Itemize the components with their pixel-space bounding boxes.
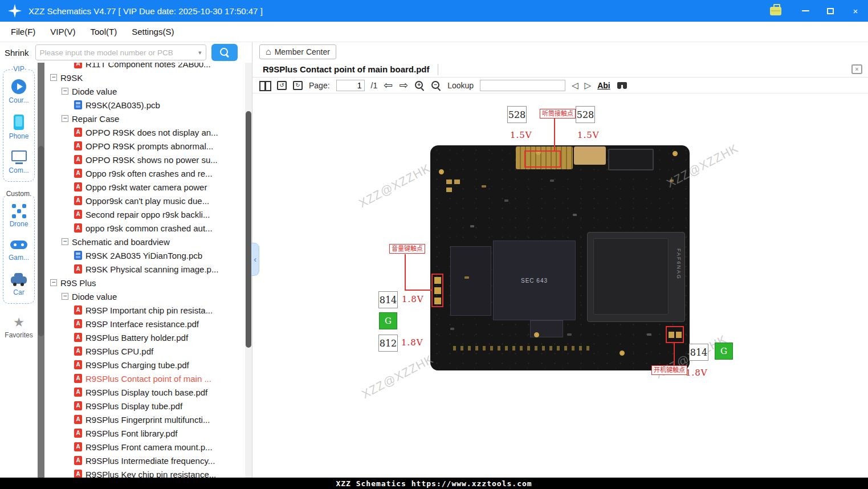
tree-item-label: Repair Case <box>72 114 119 124</box>
tree-row[interactable]: −Schematic and boardview <box>44 235 245 248</box>
zoom-in-icon[interactable]: + <box>414 80 425 91</box>
screw-hole <box>620 351 625 356</box>
tree-row[interactable]: AR9SPlus Charging tube.pdf <box>44 358 245 372</box>
member-center-row: ⌂ Member Center <box>252 42 868 62</box>
rail-item-phone[interactable]: Phone <box>9 115 29 140</box>
tree-scrollbar-thumb[interactable] <box>246 111 251 348</box>
binoculars-icon[interactable] <box>617 81 628 89</box>
tree-item-label: R9SK <box>60 73 83 83</box>
tree-row[interactable]: −R9SK <box>44 71 245 84</box>
titlebar: XZZ Schematics V4.77 [ VIP Due date: 202… <box>0 0 868 22</box>
member-center-button[interactable]: ⌂ Member Center <box>259 44 336 59</box>
document-viewport[interactable]: XZZ@XZZHK XZZ@XZZHK XZZ@XZZHK XZZ@XZZHK … <box>252 93 868 478</box>
pdf-file-icon: A <box>74 182 82 191</box>
drone-icon <box>12 204 26 218</box>
rail-item-gamepad[interactable]: Gam... <box>9 238 29 262</box>
chevron-down-icon[interactable]: ▾ <box>198 49 202 56</box>
match-case-toggle[interactable]: Abi <box>597 81 610 90</box>
tree-row[interactable]: R9SK(2AB035).pcb <box>44 98 245 112</box>
collapse-minus-icon[interactable]: − <box>50 279 57 286</box>
menu-file[interactable]: File(F) <box>3 27 43 36</box>
rotate-left-icon[interactable]: ↺ <box>277 81 287 90</box>
collapse-minus-icon[interactable]: − <box>62 293 68 300</box>
tree-row[interactable]: AR9SPlus Intermediate frequency... <box>44 454 245 467</box>
pdf-file-icon: A <box>74 442 82 451</box>
panel-splitter[interactable] <box>38 63 44 478</box>
tree-row[interactable]: AR9SPlus CPU.pdf <box>44 344 245 358</box>
rail-item-drone[interactable]: Drone <box>10 204 28 228</box>
lookup-input[interactable] <box>480 80 565 91</box>
collapse-minus-icon[interactable]: − <box>62 115 68 122</box>
lookup-label: Lookup <box>447 81 474 90</box>
shrink-button[interactable]: Shrink <box>3 48 30 58</box>
tree-row[interactable]: −Diode value <box>44 84 245 98</box>
zoom-out-icon[interactable]: − <box>431 80 441 91</box>
pdf-page: XZZ@XZZHK XZZ@XZZHK XZZ@XZZHK XZZ@XZZHK … <box>252 93 868 478</box>
tree-row[interactable]: AR9SPlus Font library.pdf <box>44 426 245 440</box>
tree-row[interactable]: AR9SPlus Display tube.pdf <box>44 399 245 413</box>
smd-component <box>464 276 469 279</box>
maximize-button[interactable] <box>825 5 836 17</box>
earpiece-left-value: 528 <box>507 106 527 123</box>
collapse-panel-handle[interactable]: ‹ <box>251 243 259 276</box>
tree-row[interactable]: Aoppo r9sk common crashed aut... <box>44 221 245 235</box>
tree-row[interactable]: AR9SK Physical scanning image.p... <box>44 262 245 276</box>
find-previous-icon[interactable]: ◁ <box>572 80 578 91</box>
find-next-icon[interactable]: ▷ <box>585 80 592 91</box>
volume-top-value: 814 <box>378 291 398 308</box>
tree-row[interactable]: AR9SP Important chip pin resista... <box>44 303 245 317</box>
collapse-minus-icon[interactable]: − <box>62 88 68 95</box>
previous-page-icon[interactable]: ⇦ <box>384 80 393 91</box>
tree-row[interactable]: AR9SPlus Battery holder.pdf <box>44 331 245 344</box>
tab-separator <box>438 64 438 75</box>
app-window: XZZ Schematics V4.77 [ VIP Due date: 202… <box>0 0 868 489</box>
tree-row[interactable]: −R9S Plus <box>44 276 245 290</box>
collapse-minus-icon[interactable]: − <box>50 74 57 81</box>
tree-row[interactable]: −Repair Case <box>44 112 245 125</box>
menu-settings[interactable]: Settings(S) <box>124 27 181 36</box>
tree-item-label: Second repair oppo r9sk backli... <box>85 210 210 219</box>
rail-item-courses[interactable]: Cour... <box>9 79 28 104</box>
tree-row[interactable]: AR9SPlus Fingerprint multifuncti... <box>44 413 245 426</box>
search-button[interactable] <box>211 44 238 61</box>
tree-row[interactable]: AR9SP Interface resistance.pdf <box>44 317 245 331</box>
tree-row[interactable]: AOppo r9sk often crashes and re... <box>44 166 245 180</box>
tree-row[interactable]: AOPPO R9SK does not display an... <box>44 125 245 139</box>
tree-row[interactable]: AOppo r9skt water camera power <box>44 180 245 194</box>
tree-row[interactable]: AR11T Component notes 2AB00... <box>44 63 245 71</box>
minimize-button[interactable] <box>800 5 811 17</box>
tree-row[interactable]: AOPPO R9SK prompts abnormal... <box>44 139 245 153</box>
tree-row[interactable]: AR9SPlus Display touch base.pdf <box>44 385 245 399</box>
model-search-input[interactable] <box>40 48 196 57</box>
collapse-minus-icon[interactable]: − <box>62 238 68 245</box>
pdf-file-icon: A <box>74 333 82 342</box>
tree-item-label: R9SP Interface resistance.pdf <box>85 319 199 329</box>
rotate-right-icon[interactable]: ↻ <box>293 81 303 90</box>
two-page-view-icon[interactable] <box>259 80 271 90</box>
close-button[interactable]: × <box>850 5 861 17</box>
briefcase-icon[interactable] <box>770 7 781 15</box>
tree-row[interactable]: AR9SPlus Contact point of main ... <box>44 372 245 385</box>
document-tab[interactable]: R9SPlus Contact point of main board.pdf <box>263 64 430 74</box>
rail-item-computer[interactable]: Com... <box>9 150 28 174</box>
tree-row[interactable]: R9SK 2AB035 YiDianTong.pcb <box>44 248 245 262</box>
splitter-thumb[interactable] <box>38 146 44 337</box>
tree-row[interactable]: AR9SPlus Key chip pin resistance... <box>44 467 245 478</box>
tree-row[interactable]: AR9SPlus Front camera mount.p... <box>44 440 245 454</box>
tree-row[interactable]: AOppor9sk can't play music due... <box>44 194 245 207</box>
menu-tool[interactable]: Tool(T) <box>83 27 125 36</box>
rail-item-car[interactable]: Car <box>11 272 27 296</box>
page-number-input[interactable] <box>336 80 365 91</box>
annotation-line <box>554 119 555 150</box>
rail-item-favorites[interactable]: ★ Favorites <box>5 316 32 339</box>
tree-row[interactable]: ASecond repair oppo r9sk backli... <box>44 207 245 221</box>
search-icon <box>219 47 230 58</box>
volume-bottom-value: 812 <box>378 335 398 352</box>
close-document-icon[interactable]: × <box>851 64 862 74</box>
next-page-icon[interactable]: ⇨ <box>399 80 408 91</box>
tree-row[interactable]: AOPPO R9SK shows no power su... <box>44 153 245 166</box>
menu-vip[interactable]: VIP(V) <box>43 27 83 36</box>
smd-component <box>647 333 651 336</box>
tree-row[interactable]: −Diode value <box>44 290 245 303</box>
home-icon: ⌂ <box>266 47 271 56</box>
